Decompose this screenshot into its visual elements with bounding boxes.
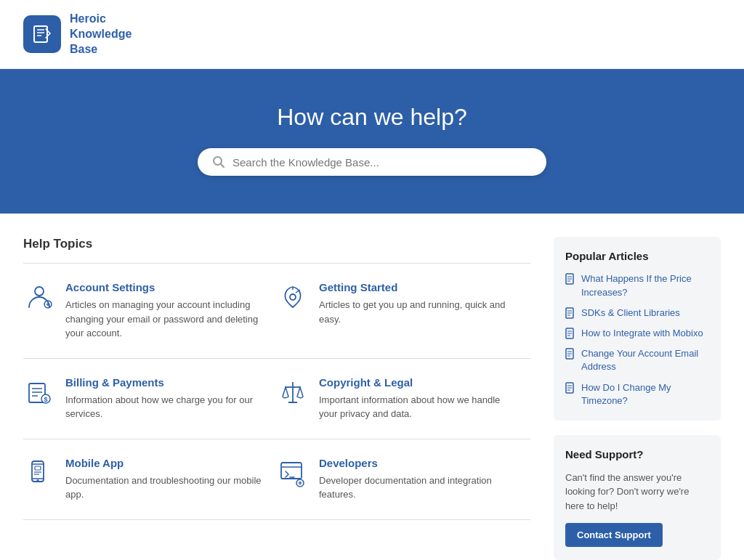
search-icon — [212, 155, 225, 169]
doc-icon-1 — [565, 307, 575, 319]
hero-title: How can we help? — [23, 104, 721, 131]
mobile-text: Mobile App Documentation and troubleshoo… — [65, 457, 265, 502]
account-settings-name: Account Settings — [65, 281, 265, 293]
billing-desc: Information about how we charge you for … — [65, 393, 265, 421]
legal-text: Copyright & Legal Important information … — [319, 376, 519, 421]
doc-icon-0 — [565, 273, 575, 285]
doc-icon-2 — [565, 328, 575, 339]
svg-point-10 — [290, 294, 296, 300]
topic-item-getting-started[interactable]: Getting Started Articles to get you up a… — [277, 264, 530, 359]
topics-heading: Help Topics — [23, 237, 530, 251]
search-input[interactable] — [232, 156, 532, 169]
book-icon — [31, 23, 53, 45]
search-wrap — [23, 148, 721, 176]
topic-item-mobile[interactable]: Mobile App Documentation and troubleshoo… — [23, 439, 277, 520]
svg-text:$: $ — [44, 395, 48, 402]
search-bar — [198, 148, 546, 176]
logo[interactable]: HeroicKnowledgeBase — [23, 12, 132, 57]
svg-rect-29 — [281, 463, 302, 479]
billing-icon: $ — [23, 376, 55, 408]
support-card: Need Support? Can't find the answer you'… — [554, 435, 721, 560]
getting-started-name: Getting Started — [319, 281, 519, 293]
support-title: Need Support? — [565, 448, 709, 460]
popular-article-2[interactable]: How to Integrate with Mobixo — [565, 327, 709, 340]
mobile-name: Mobile App — [65, 457, 265, 469]
topic-item-legal[interactable]: Copyright & Legal Important information … — [277, 359, 530, 439]
getting-started-desc: Articles to get you up and running, quic… — [319, 298, 519, 326]
getting-started-icon — [277, 281, 309, 313]
popular-articles-list: What Happens If the Price Increases? SDK… — [565, 272, 709, 407]
mobile-desc: Documentation and troubleshooting our mo… — [65, 474, 265, 502]
legal-icon — [277, 376, 309, 408]
mobile-icon — [23, 457, 55, 489]
getting-started-text: Getting Started Articles to get you up a… — [319, 281, 519, 326]
billing-name: Billing & Payments — [65, 376, 265, 389]
contact-support-button[interactable]: Contact Support — [565, 523, 663, 547]
developers-name: Developers — [319, 457, 519, 469]
topics-section: Help Topics Account Settings Articles on… — [23, 237, 530, 560]
svg-line-5 — [221, 164, 224, 167]
legal-desc: Important information about how we handl… — [319, 393, 519, 421]
legal-name: Copyright & Legal — [319, 376, 519, 389]
header: HeroicKnowledgeBase — [0, 0, 744, 69]
developers-desc: Developer documentation and integration … — [319, 474, 519, 502]
popular-articles-title: Popular Articles — [565, 250, 709, 262]
popular-article-1[interactable]: SDKs & Client Libraries — [565, 307, 709, 320]
svg-point-6 — [35, 287, 44, 296]
popular-article-0[interactable]: What Happens If the Price Increases? — [565, 272, 709, 299]
popular-articles-card: Popular Articles What Happens If the Pri… — [554, 237, 721, 421]
svg-point-25 — [37, 479, 39, 482]
logo-title: HeroicKnowledgeBase — [70, 12, 132, 57]
popular-article-3[interactable]: Change Your Account Email Address — [565, 347, 709, 373]
support-desc: Can't find the answer you're looking for… — [565, 471, 709, 514]
topic-grid: Account Settings Articles on managing yo… — [23, 264, 530, 520]
doc-icon-4 — [565, 382, 575, 394]
account-settings-desc: Articles on managing your account includ… — [65, 298, 265, 341]
topic-item-account-settings[interactable]: Account Settings Articles on managing yo… — [23, 264, 277, 359]
svg-rect-0 — [34, 26, 47, 42]
developers-icon — [277, 457, 309, 489]
sidebar: Popular Articles What Happens If the Pri… — [554, 237, 721, 560]
main-content: Help Topics Account Settings Articles on… — [0, 214, 744, 560]
account-settings-icon — [23, 281, 55, 313]
doc-icon-3 — [565, 348, 575, 360]
logo-icon-wrap — [23, 15, 61, 53]
hero-section: How can we help? — [0, 69, 744, 214]
topic-item-billing[interactable]: $ Billing & Payments Information about h… — [23, 359, 277, 439]
account-settings-text: Account Settings Articles on managing yo… — [65, 281, 265, 341]
topic-item-developers[interactable]: Developers Developer documentation and i… — [277, 439, 530, 520]
developers-text: Developers Developer documentation and i… — [319, 457, 519, 502]
popular-article-4[interactable]: How Do I Change My Timezone? — [565, 381, 709, 407]
billing-text: Billing & Payments Information about how… — [65, 376, 265, 421]
svg-rect-26 — [35, 466, 41, 470]
